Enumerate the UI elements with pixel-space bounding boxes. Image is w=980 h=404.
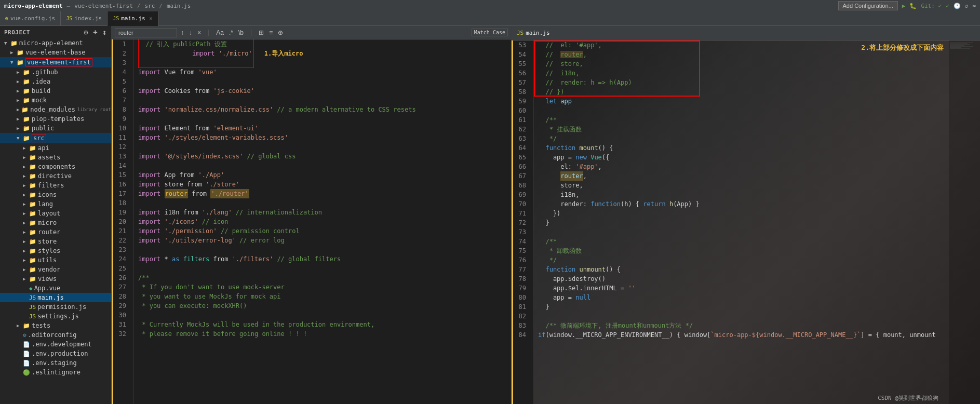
sidebar-item-public[interactable]: ▶ 📁 public xyxy=(0,124,111,133)
sidebar-label-directive: directive xyxy=(38,172,72,180)
search-options-btn1[interactable]: Aa xyxy=(214,29,225,37)
right-code-content[interactable]: 2.将上部分修改成下面内容 // el: '#app', // router, … xyxy=(534,41,949,404)
search-replace-btn[interactable]: ≡ xyxy=(267,29,274,37)
sidebar-item-directive[interactable]: ▶ 📁 directive xyxy=(0,171,111,181)
sidebar-item-mock[interactable]: ▶ 📁 mock xyxy=(0,96,111,105)
right-code-line-73 xyxy=(538,227,949,237)
code-line-6: import Cookies from 'js-cookie' xyxy=(138,86,511,96)
code-line-29: * you can execute: mockXHR() xyxy=(138,301,511,311)
git-vcs[interactable]: ≈ xyxy=(972,3,976,9)
close-search-button[interactable]: × xyxy=(196,29,203,37)
sidebar-item-micro[interactable]: ▶ 📁 micro xyxy=(0,218,111,227)
sidebar-item-icons[interactable]: ▶ 📁 icons xyxy=(0,190,111,199)
code-line-14 xyxy=(138,161,511,170)
search-filter-btn[interactable]: ⊕ xyxy=(276,29,285,37)
sidebar-item-eslintignore[interactable]: 🟢 .eslintignore xyxy=(0,368,111,377)
code-line-32: * please remove it before going online !… xyxy=(138,329,511,339)
code-line-18 xyxy=(138,198,511,208)
sidebar-item-store[interactable]: ▶ 📁 store xyxy=(0,237,111,246)
sidebar-item-vue-element-base[interactable]: ▶ 📁 vue-element-base xyxy=(0,48,111,57)
sidebar-item-components[interactable]: ▶ 📁 components xyxy=(0,162,111,171)
right-code-line-57: // render: h => h(App) xyxy=(538,78,949,87)
generic-icon5: 🟢 xyxy=(23,369,30,376)
search-input[interactable] xyxy=(115,28,177,37)
sidebar-item-src[interactable]: ▼ 📁 src xyxy=(0,133,111,143)
add-configuration-button[interactable]: Add Configuration... xyxy=(838,1,898,10)
search-prev-button[interactable]: ↑ xyxy=(179,29,185,37)
right-code-line-83: /** 微前端环境下, 注册mount和unmount方法 */ xyxy=(538,321,949,330)
search-next-button[interactable]: ↓ xyxy=(187,29,194,37)
sidebar-item-assets[interactable]: ▶ 📁 assets xyxy=(0,153,111,162)
sidebar-label-filters: filters xyxy=(38,182,64,189)
sidebar-item-main-js[interactable]: JS main.js xyxy=(0,293,111,302)
search-options-btn2[interactable]: .* xyxy=(227,29,235,37)
right-code-line-69: i18n, xyxy=(538,190,949,199)
sidebar-label-settings-js: settings.js xyxy=(37,313,78,320)
sidebar-item-views[interactable]: ▶ 📁 views xyxy=(0,274,111,284)
right-code-line-58: // }) xyxy=(538,87,949,97)
right-code-line-82 xyxy=(538,312,949,321)
match-case-btn[interactable]: Match Case xyxy=(472,29,508,36)
sidebar-item-env-staging[interactable]: 📄 .env.staging xyxy=(0,358,111,368)
sidebar-item-utils[interactable]: ▶ 📁 utils xyxy=(0,255,111,265)
code-line-8: import 'normalize.css/normalize.css' // … xyxy=(138,105,511,114)
run-icon[interactable]: ▶ xyxy=(902,3,906,9)
sidebar-item-env-dev[interactable]: 📄 .env.development xyxy=(0,340,111,349)
sidebar-item-plop-templates[interactable]: ▶ 📁 plop-templates xyxy=(0,114,111,124)
sidebar-item-env-prod[interactable]: 📄 .env.production xyxy=(0,349,111,358)
code-line-21: import './permission' // permission cont… xyxy=(138,226,511,236)
code-line-25 xyxy=(138,264,511,273)
debug-icon[interactable]: 🐛 xyxy=(909,3,917,9)
right-code-line-80: app = null xyxy=(538,293,949,302)
sidebar-item-build[interactable]: ▶ 📁 build xyxy=(0,86,111,96)
sidebar-header: Project ⚙ + ↕ xyxy=(0,26,111,38)
sidebar-item-router[interactable]: ▶ 📁 router xyxy=(0,227,111,237)
left-code-content[interactable]: // 引入 publicPath 设置 import './micro' 1.导… xyxy=(134,39,511,404)
sidebar-item-micro-app-element[interactable]: ▼ 📁 micro-app-element xyxy=(0,38,111,48)
sidebar-item-github[interactable]: ▶ 📁 .github xyxy=(0,68,111,77)
right-code-line-67: router, xyxy=(538,171,949,181)
sidebar-label-env-dev: .env.development xyxy=(32,341,92,348)
tab-label-vue-config: vue.config.js xyxy=(10,15,55,22)
code-line-11: import './styles/element-variables.scss' xyxy=(138,133,511,142)
sidebar-item-lang[interactable]: ▶ 📁 lang xyxy=(0,199,111,209)
code-line-28: * you want to use MockJs for mock api xyxy=(138,292,511,301)
sidebar-item-permission-js[interactable]: JS permission.js xyxy=(0,302,111,312)
git-undo[interactable]: ↺ xyxy=(965,3,969,9)
sidebar-label-store: store xyxy=(38,238,57,245)
js-file-icon: JS xyxy=(29,294,36,301)
generic-icon1: ⚙ xyxy=(23,332,26,339)
search-options-btn3[interactable]: \b xyxy=(237,29,245,37)
right-code-line-74: /** xyxy=(538,237,949,246)
search-more-btn[interactable]: ⊞ xyxy=(257,29,265,37)
library-badge: library root xyxy=(77,107,111,112)
sidebar-item-vue-element-first[interactable]: ▼ 📁 vue-element-first xyxy=(0,57,111,68)
right-code-line-62: * 挂载函数 xyxy=(538,125,949,134)
code-line-19: import i18n from './lang' // internation… xyxy=(138,208,511,217)
sidebar-item-layout[interactable]: ▶ 📁 layout xyxy=(0,209,111,218)
sidebar-item-node-modules[interactable]: ▶ 📁 node_modules library root xyxy=(0,105,111,114)
sidebar-item-filters[interactable]: ▶ 📁 filters xyxy=(0,181,111,190)
right-code-line-56: // i18n, xyxy=(538,69,949,78)
sidebar-item-tests[interactable]: ▶ 📁 tests xyxy=(0,321,111,330)
sidebar-item-editorconfig[interactable]: ⚙ .editorconfig xyxy=(0,330,111,340)
code-line-17: import router from './router' xyxy=(138,189,511,198)
sidebar-item-settings-js[interactable]: JS settings.js xyxy=(0,312,111,321)
right-code-line-68: store, xyxy=(538,181,949,190)
breadcrumb-vue-element-first: vue-element-first xyxy=(74,3,133,9)
sidebar-item-styles[interactable]: ▶ 📁 styles xyxy=(0,246,111,255)
code-line-16: import store from './store' xyxy=(138,180,511,189)
js-file-icon2: JS xyxy=(29,304,36,311)
tab-close-main[interactable]: × xyxy=(150,16,153,21)
code-line-31: * Currently MockJs will be used in the p… xyxy=(138,320,511,329)
sidebar-item-api[interactable]: ▶ 📁 api xyxy=(0,143,111,153)
tab-index[interactable]: JS index.js xyxy=(61,11,108,26)
tab-vue-config[interactable]: ⚙ vue.config.js xyxy=(0,11,61,26)
sidebar-item-idea[interactable]: ▶ 📁 .idea xyxy=(0,77,111,86)
code-line-13: import '@/styles/index.scss' // global c… xyxy=(138,152,511,161)
code-line-20: import './icons' // icon xyxy=(138,217,511,226)
sidebar-item-vendor[interactable]: ▶ 📁 vendor xyxy=(0,265,111,274)
js-icon3: JS xyxy=(113,16,119,21)
tab-main[interactable]: JS main.js × xyxy=(108,11,158,26)
sidebar-item-app-vue[interactable]: ◆ App.vue xyxy=(0,284,111,293)
